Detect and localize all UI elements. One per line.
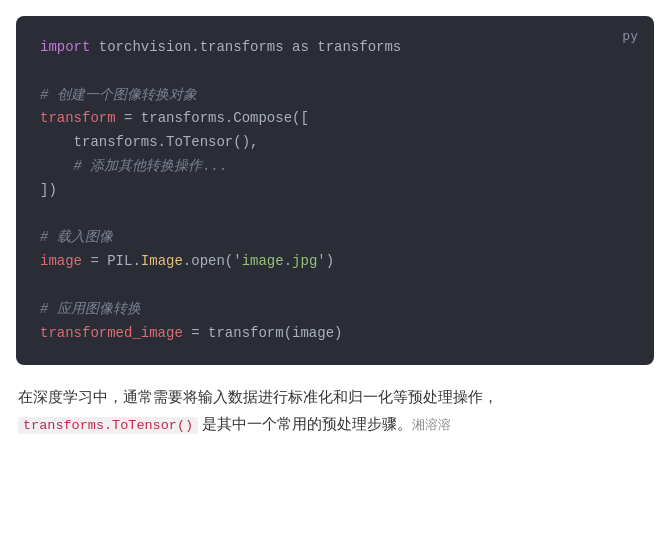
author-tag: 湘溶溶 bbox=[412, 417, 451, 432]
inline-code: transforms.ToTensor() bbox=[18, 417, 198, 434]
page-wrapper: py import torchvision.transforms as tran… bbox=[0, 0, 670, 550]
code-block: py import torchvision.transforms as tran… bbox=[16, 16, 654, 365]
description-section: 在深度学习中，通常需要将输入数据进行标准化和归一化等预处理操作，transfor… bbox=[0, 365, 670, 454]
code-line: ]) bbox=[40, 179, 630, 203]
code-line: # 应用图像转换 bbox=[40, 298, 630, 322]
code-line bbox=[40, 60, 630, 84]
code-line bbox=[40, 203, 630, 227]
lang-badge: py bbox=[622, 28, 638, 43]
code-line: transforms.ToTensor(), bbox=[40, 131, 630, 155]
code-line: image = PIL.Image.open('image.jpg') bbox=[40, 250, 630, 274]
code-line: # 添加其他转换操作... bbox=[40, 155, 630, 179]
code-line: transform = transforms.Compose([ bbox=[40, 107, 630, 131]
code-line: import torchvision.transforms as transfo… bbox=[40, 36, 630, 60]
code-line bbox=[40, 274, 630, 298]
code-line: # 载入图像 bbox=[40, 226, 630, 250]
code-line: transformed_image = transform(image) bbox=[40, 322, 630, 346]
code-line: # 创建一个图像转换对象 bbox=[40, 84, 630, 108]
description-text-before: 在深度学习中，通常需要将输入数据进行标准化和归一化等预处理操作， bbox=[18, 388, 498, 405]
code-content: import torchvision.transforms as transfo… bbox=[40, 36, 630, 345]
description-text-after: 是其中一个常用的预处理步骤。 bbox=[198, 415, 412, 432]
